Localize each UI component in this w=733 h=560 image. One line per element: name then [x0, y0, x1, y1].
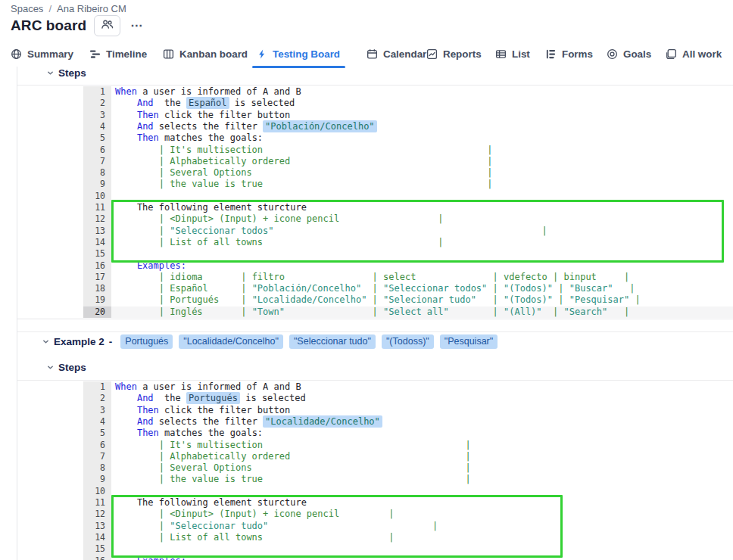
line-number: 9 — [83, 474, 111, 485]
line-number-gutter: 1234567891011121314151617181920 — [83, 86, 111, 318]
tab-testing-board[interactable]: Testing Board — [257, 45, 340, 63]
line-number: 11 — [83, 202, 111, 213]
tab-list[interactable]: List — [495, 45, 530, 63]
chevron-down-icon[interactable] — [47, 70, 54, 76]
code-line-9: | the value is true | — [115, 474, 471, 485]
timeline-icon — [89, 48, 101, 60]
code-line-11: The following element sturcture — [115, 497, 307, 509]
example-2-chips: Portugués"Localidade/Concelho""Seleccion… — [120, 334, 498, 349]
reports-icon — [426, 48, 438, 60]
line-number: 2 — [83, 98, 111, 109]
highlight-chip: "Pesquisar" — [440, 334, 498, 349]
code-line-7: | Alphabetically ordered | — [115, 156, 493, 167]
code-line-18: | Español | "Población/Concelho" | "Sele… — [115, 283, 635, 294]
code-line-20: | Inglés | "Town" | "Select all" | "(All… — [115, 306, 629, 318]
line-number: 19 — [83, 294, 111, 306]
highlight-chip: "(Todoss)" — [382, 334, 434, 349]
kanban-icon — [163, 48, 174, 60]
line-number: 5 — [83, 132, 111, 144]
tab-timeline[interactable]: Timeline — [89, 45, 147, 63]
code-line-3: Then click the filter button — [115, 110, 290, 121]
line-number: 16 — [83, 555, 111, 560]
code-line-11: The following element sturcture — [115, 202, 307, 213]
share-avatars-button[interactable] — [94, 15, 120, 36]
line-number: 11 — [83, 497, 111, 509]
line-number: 1 — [83, 86, 111, 98]
tab-all-work[interactable]: All work — [666, 45, 722, 63]
tab-label: Calendar — [383, 48, 426, 60]
highlight-chip: Portugués — [120, 334, 173, 349]
code-line-12: | <Dinput> (Input) + icone pencil | — [115, 509, 394, 520]
code-line-1: When a user is informed of A and B — [115, 381, 301, 393]
breadcrumb: Spaces/Ana Ribeiro CM — [11, 3, 126, 14]
breadcrumb-item[interactable]: Spaces — [11, 3, 43, 14]
breadcrumb-separator: / — [48, 3, 51, 14]
tab-bar: SummaryTimelineKanban boardTesting Board… — [0, 42, 733, 68]
line-number: 3 — [83, 405, 111, 416]
line-number: 8 — [83, 167, 111, 179]
line-number: 12 — [83, 509, 111, 520]
tab-label: Goals — [623, 48, 651, 60]
code-line-13: | "Seleccionar tudo" | — [115, 521, 438, 532]
line-number: 13 — [83, 521, 111, 532]
line-number: 6 — [83, 440, 111, 451]
tab-calendar[interactable]: Calendar — [366, 45, 426, 63]
code-line-6: | It's multisection | — [115, 440, 471, 451]
steps-section-header-2: Steps — [47, 362, 86, 373]
code-line-5: Then matches the goals: — [115, 428, 263, 439]
globe-icon — [11, 48, 22, 60]
code-line-17: | idioma | filtro | select | vdefecto | … — [115, 272, 629, 283]
code-line-7: | Alphabetically ordered | — [115, 451, 471, 462]
code-line-8: | Several Options | — [115, 167, 493, 179]
chevron-down-icon[interactable] — [42, 338, 49, 345]
line-number: 15 — [83, 543, 111, 555]
board-title-row: ARC board ⋯ — [11, 14, 143, 37]
tab-forms[interactable]: Forms — [545, 45, 593, 63]
tab-reports[interactable]: Reports — [426, 45, 482, 63]
line-number: 7 — [83, 156, 111, 167]
code-line-14: | List of all towns | — [115, 532, 394, 543]
code-line-19: | Portugués | "Localidade/Concelho" | "S… — [115, 294, 641, 306]
tab-label: Timeline — [106, 48, 147, 60]
code-block-2[interactable]: 12345678910111213141516When a user is in… — [17, 380, 733, 560]
tab-kanban-board[interactable]: Kanban board — [163, 45, 248, 63]
code-line-4: And selects the filter "Población/Concel… — [115, 121, 377, 132]
tab-goals[interactable]: Goals — [607, 45, 651, 63]
highlight-chip: "Localidade/Concelho" — [179, 334, 283, 349]
line-number-gutter: 12345678910111213141516 — [83, 381, 111, 560]
chevron-down-icon[interactable] — [47, 364, 54, 371]
example-2-separator: - — [109, 336, 113, 347]
active-tab-underline — [252, 66, 345, 68]
page-title: ARC board — [11, 17, 86, 34]
people-icon — [101, 19, 114, 33]
calendar-icon — [366, 48, 378, 60]
list-icon — [495, 48, 507, 60]
line-number: 18 — [83, 283, 111, 294]
goals-icon — [607, 48, 618, 60]
line-number: 17 — [83, 272, 111, 283]
steps-section-header-1: Steps — [47, 67, 86, 79]
code-line-16: Examples: — [115, 555, 186, 560]
code-line-2: And the Español is selected — [115, 98, 295, 109]
code-block-1[interactable]: 1234567891011121314151617181920When a us… — [17, 85, 733, 319]
code-line-2: And the Portugués is selected — [115, 393, 306, 404]
steps-label: Steps — [58, 67, 86, 79]
line-number: 9 — [83, 179, 111, 190]
line-number: 5 — [83, 428, 111, 439]
code-line-8: | Several Options | — [115, 462, 471, 474]
line-number: 4 — [83, 121, 111, 132]
tab-label: List — [512, 48, 530, 60]
example-2-label: Example 2 — [54, 336, 104, 347]
highlight-chip: "Seleccionar tudo" — [289, 334, 376, 349]
breadcrumb-item[interactable]: Ana Ribeiro CM — [57, 3, 126, 14]
line-number: 10 — [83, 191, 111, 202]
tab-summary[interactable]: Summary — [11, 45, 73, 63]
section-divider — [17, 331, 733, 332]
more-options-button[interactable]: ⋯ — [130, 22, 143, 30]
code-line-1: When a user is informed of A and B — [115, 86, 301, 98]
line-number: 16 — [83, 260, 111, 272]
line-number: 13 — [83, 226, 111, 237]
tab-label: All work — [682, 48, 722, 60]
line-number: 2 — [83, 393, 111, 404]
line-number: 14 — [83, 532, 111, 543]
